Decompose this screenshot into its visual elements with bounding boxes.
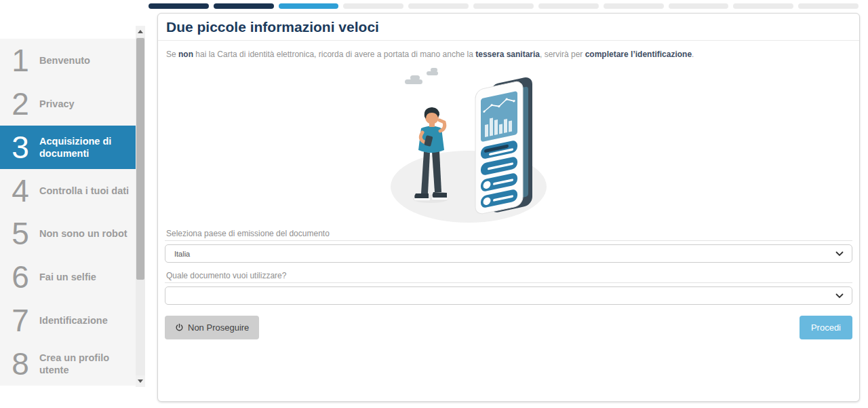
- progress-segment-upcoming: [343, 3, 403, 9]
- progress-segment-upcoming: [604, 3, 664, 9]
- step-number: 8: [7, 348, 34, 379]
- intro-part: hai la Carta di identità elettronica, ri…: [193, 50, 475, 59]
- intro-part: , servirà per: [540, 50, 585, 59]
- country-select-label: Seleziona paese di emissione del documen…: [165, 229, 852, 241]
- chevron-down-icon: [835, 251, 844, 257]
- actions-bar: Non Proseguire Procedi: [165, 316, 852, 339]
- sidebar-step-7[interactable]: 7 Identificazione: [0, 299, 136, 342]
- country-select[interactable]: Italia: [165, 244, 852, 263]
- sidebar-step-6[interactable]: 6 Fai un selfie: [0, 255, 136, 299]
- proceed-button[interactable]: Procedi: [800, 316, 852, 339]
- step-label: Benvenuto: [39, 54, 93, 67]
- progress-segment-completed: [149, 3, 209, 9]
- main-panel: Due piccole informazioni veloci Se non h…: [157, 13, 860, 402]
- do-not-proceed-button[interactable]: Non Proseguire: [165, 316, 259, 339]
- sidebar-step-8[interactable]: 8 Crea un profilo utente: [0, 342, 136, 386]
- power-icon: [175, 323, 184, 332]
- step-number: 6: [7, 261, 34, 293]
- sidebar-step-2[interactable]: 2 Privacy: [0, 82, 136, 126]
- steps-sidebar: 1 Benvenuto 2 Privacy 3 Acquisizione di …: [0, 39, 145, 386]
- chevron-down-icon: [835, 293, 844, 299]
- sidebar-step-5[interactable]: 5 Non sono un robot: [0, 212, 136, 256]
- step-number: 4: [7, 175, 34, 206]
- progress-segment-active: [279, 3, 339, 9]
- phone-front: [475, 80, 523, 215]
- intro-bold: non: [178, 50, 193, 59]
- intro-bold: completare l’identificazione: [585, 50, 692, 59]
- sidebar-step-1[interactable]: 1 Benvenuto: [0, 39, 136, 82]
- progress-bar: [149, 3, 859, 9]
- onboarding-illustration: [389, 66, 551, 223]
- progress-segment-upcoming: [408, 3, 469, 9]
- intro-bold: tessera sanitaria: [475, 50, 540, 59]
- step-label: Privacy: [39, 98, 77, 110]
- page-title: Due piccole informazioni veloci: [165, 18, 852, 40]
- progress-segment-upcoming: [798, 3, 859, 9]
- step-label: Controlla i tuoi dati: [39, 185, 132, 197]
- do-not-proceed-label: Non Proseguire: [188, 322, 249, 333]
- intro-part: .: [692, 50, 694, 59]
- title-divider: [158, 40, 859, 41]
- progress-segment-upcoming: [669, 3, 729, 9]
- sidebar-step-3[interactable]: 3 Acquisizione di documenti: [0, 126, 136, 169]
- scrollbar-thumb[interactable]: [136, 38, 144, 280]
- sidebar-step-4[interactable]: 4 Controlla i tuoi dati: [0, 169, 136, 212]
- country-select-value: Italia: [174, 250, 190, 258]
- illustration-svg: [389, 66, 551, 223]
- document-select-label: Quale documento vuoi utilizzare?: [165, 271, 852, 283]
- step-label: Identificazione: [39, 314, 111, 327]
- step-label: Crea un profilo utente: [39, 352, 136, 376]
- scroll-down-button[interactable]: [136, 375, 145, 387]
- step-number: 7: [7, 305, 34, 336]
- document-field: Quale documento vuoi utilizzare?: [165, 271, 852, 305]
- steps-list: 1 Benvenuto 2 Privacy 3 Acquisizione di …: [0, 39, 136, 386]
- triangle-up-icon: [138, 30, 143, 33]
- triangle-down-icon: [138, 379, 143, 383]
- progress-segment-upcoming: [473, 3, 534, 9]
- step-label: Fai un selfie: [39, 271, 99, 283]
- country-field: Seleziona paese di emissione del documen…: [165, 229, 852, 263]
- scroll-up-button[interactable]: [136, 26, 145, 37]
- step-number: 5: [7, 218, 34, 249]
- step-number: 3: [7, 132, 34, 163]
- step-label: Acquisizione di documenti: [39, 135, 136, 160]
- step-number: 2: [7, 88, 34, 119]
- progress-segment-completed: [214, 3, 274, 9]
- progress-segment-upcoming: [538, 3, 599, 9]
- step-label: Non sono un robot: [39, 227, 130, 240]
- intro-part: Se: [166, 50, 178, 59]
- clouds-icon: [405, 68, 438, 84]
- step-number: 1: [7, 45, 34, 76]
- document-select[interactable]: [165, 286, 852, 305]
- progress-segment-upcoming: [733, 3, 793, 9]
- sidebar-scrollbar[interactable]: [136, 26, 145, 387]
- intro-text: Se non hai la Carta di identità elettron…: [166, 50, 852, 59]
